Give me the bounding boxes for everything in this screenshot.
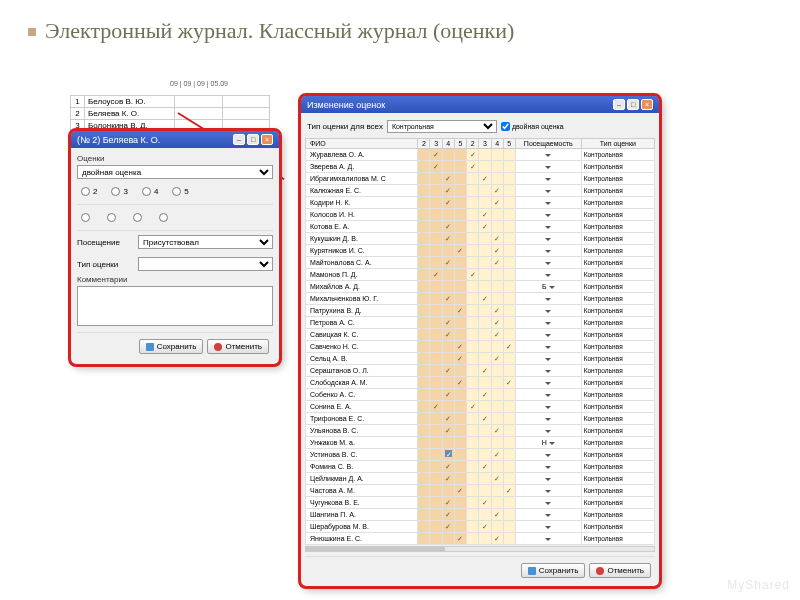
- grade-cell[interactable]: [442, 485, 454, 497]
- dialog1-titlebar[interactable]: (№ 2) Беляева К. О. – □ ×: [71, 131, 279, 148]
- attendance-cell[interactable]: [515, 293, 581, 305]
- grade-cell[interactable]: ✓: [442, 221, 454, 233]
- grade-cell[interactable]: [418, 221, 430, 233]
- grade-cell[interactable]: [430, 389, 442, 401]
- grade-cell[interactable]: [430, 221, 442, 233]
- grade-cell[interactable]: [479, 257, 491, 269]
- grade-cell[interactable]: [491, 221, 503, 233]
- grade-radio[interactable]: [142, 187, 151, 196]
- grade-cell[interactable]: [430, 353, 442, 365]
- grade-cell[interactable]: [442, 449, 454, 461]
- double-grade-checkbox-label[interactable]: двойная оценка: [501, 122, 564, 131]
- grade-cell[interactable]: [442, 437, 454, 449]
- grade-cell[interactable]: [491, 389, 503, 401]
- attendance-cell[interactable]: [515, 269, 581, 281]
- grade-cell[interactable]: [418, 305, 430, 317]
- grade-cell[interactable]: ✓: [467, 149, 479, 161]
- grade-cell[interactable]: [479, 437, 491, 449]
- grade-cell[interactable]: [479, 245, 491, 257]
- grade-cell[interactable]: [430, 521, 442, 533]
- attendance-cell[interactable]: [515, 377, 581, 389]
- grade-cell[interactable]: ✓: [454, 377, 466, 389]
- grade-cell[interactable]: [418, 413, 430, 425]
- grade-cell[interactable]: [418, 449, 430, 461]
- type-cell[interactable]: Контрольная: [581, 317, 654, 329]
- attendance-cell[interactable]: [515, 509, 581, 521]
- grade-cell[interactable]: [418, 473, 430, 485]
- grade-checkbox[interactable]: [445, 450, 452, 457]
- minimize-icon[interactable]: –: [613, 99, 625, 110]
- type-cell[interactable]: Контрольная: [581, 233, 654, 245]
- grade-radio-option[interactable]: [159, 213, 171, 222]
- grade-cell[interactable]: [430, 317, 442, 329]
- cancel-button[interactable]: Отменить: [207, 339, 269, 354]
- attendance-cell[interactable]: [515, 389, 581, 401]
- attendance-cell[interactable]: [515, 365, 581, 377]
- grade-cell[interactable]: [503, 533, 515, 545]
- grade-cell[interactable]: [479, 197, 491, 209]
- grade-cell[interactable]: [479, 185, 491, 197]
- grade-cell[interactable]: [430, 257, 442, 269]
- grade-cell[interactable]: [418, 245, 430, 257]
- grade-cell[interactable]: [491, 269, 503, 281]
- grade-cell[interactable]: [467, 521, 479, 533]
- grade-cell[interactable]: [491, 161, 503, 173]
- grade-cell[interactable]: ✓: [491, 449, 503, 461]
- grade-cell[interactable]: [467, 353, 479, 365]
- attendance-cell[interactable]: [515, 413, 581, 425]
- grade-cell[interactable]: [503, 521, 515, 533]
- grade-cell[interactable]: [418, 389, 430, 401]
- type-cell[interactable]: Контрольная: [581, 377, 654, 389]
- grade-cell[interactable]: [479, 233, 491, 245]
- grade-cell[interactable]: [479, 161, 491, 173]
- grade-cell[interactable]: [479, 149, 491, 161]
- grade-radio[interactable]: [172, 187, 181, 196]
- grade-cell[interactable]: ✓: [491, 197, 503, 209]
- grade-cell[interactable]: [491, 341, 503, 353]
- type-cell[interactable]: Контрольная: [581, 353, 654, 365]
- grade-cell[interactable]: [418, 269, 430, 281]
- grade-cell[interactable]: [491, 377, 503, 389]
- type-cell[interactable]: Контрольная: [581, 269, 654, 281]
- grade-cell[interactable]: [479, 485, 491, 497]
- grade-cell[interactable]: [491, 437, 503, 449]
- cancel-button[interactable]: Отменить: [589, 563, 651, 578]
- grade-cell[interactable]: ✓: [442, 521, 454, 533]
- grade-cell[interactable]: [503, 305, 515, 317]
- grade-radio[interactable]: [81, 213, 90, 222]
- grade-type-select[interactable]: [138, 257, 273, 271]
- grade-cell[interactable]: [418, 437, 430, 449]
- grade-cell[interactable]: ✓: [442, 461, 454, 473]
- grade-cell[interactable]: [418, 185, 430, 197]
- grade-radio[interactable]: [81, 187, 90, 196]
- grade-cell[interactable]: [430, 197, 442, 209]
- grade-cell[interactable]: ✓: [491, 257, 503, 269]
- grade-cell[interactable]: ✓: [491, 245, 503, 257]
- grade-radio-option[interactable]: 5: [172, 187, 188, 196]
- grade-cell[interactable]: [454, 293, 466, 305]
- grade-cell[interactable]: [454, 257, 466, 269]
- type-cell[interactable]: Контрольная: [581, 257, 654, 269]
- grade-cell[interactable]: ✓: [503, 377, 515, 389]
- attendance-cell[interactable]: [515, 305, 581, 317]
- grade-cell[interactable]: [418, 425, 430, 437]
- grade-cell[interactable]: [467, 209, 479, 221]
- grade-cell[interactable]: [503, 221, 515, 233]
- grade-cell[interactable]: [454, 281, 466, 293]
- grade-cell[interactable]: [454, 269, 466, 281]
- grade-cell[interactable]: [467, 377, 479, 389]
- save-button[interactable]: Сохранить: [521, 563, 586, 578]
- grade-cell[interactable]: ✓: [442, 473, 454, 485]
- grade-cell[interactable]: [467, 257, 479, 269]
- grade-cell[interactable]: [430, 293, 442, 305]
- grade-cell[interactable]: [503, 509, 515, 521]
- grade-cell[interactable]: ✓: [479, 173, 491, 185]
- type-cell[interactable]: Контрольная: [581, 281, 654, 293]
- grade-cell[interactable]: [479, 509, 491, 521]
- grade-cell[interactable]: [430, 185, 442, 197]
- type-cell[interactable]: Контрольная: [581, 401, 654, 413]
- grade-cell[interactable]: ✓: [479, 461, 491, 473]
- grade-cell[interactable]: [418, 521, 430, 533]
- attendance-cell[interactable]: [515, 173, 581, 185]
- grade-cell[interactable]: [503, 461, 515, 473]
